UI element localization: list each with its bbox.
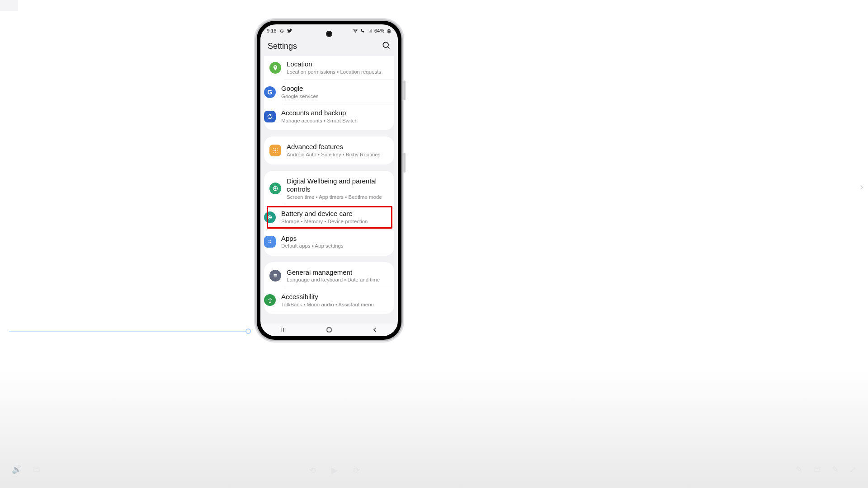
settings-item-subtitle: Manage accounts • Smart Switch [281,117,358,124]
settings-item-google[interactable]: G Google Google services [284,80,394,104]
battery-text: 64% [374,28,384,33]
app-header: Settings [260,37,398,55]
volume-button [403,80,406,100]
settings-item-subtitle: Location permissions • Location requests [287,69,381,75]
settings-scroll[interactable]: Location Location permissions • Location… [260,56,398,324]
battery-icon [386,28,392,33]
settings-group-0: Location Location permissions • Location… [264,56,394,130]
player-controls-center[interactable]: ⟲▶⟳ [309,465,360,475]
settings-item-subtitle: Language and keyboard • Date and time [287,277,380,283]
settings-item-title: Battery and device care [281,210,368,218]
apps-icon [264,236,276,248]
wifi-icon [353,28,358,33]
android-nav-bar [260,324,398,336]
location-icon [269,62,281,74]
signal-icon [367,28,373,33]
svg-point-6 [274,150,276,151]
battery-care-icon [264,211,276,223]
settings-item-subtitle: TalkBack • Mono audio • Assistant menu [281,301,374,308]
settings-item-advanced-features[interactable]: Advanced features Android Auto • Side ke… [264,138,394,162]
power-button [403,153,406,173]
settings-item-battery-care[interactable]: Battery and device care Storage • Memory… [284,205,394,229]
svg-rect-4 [388,30,390,33]
settings-item-title: Accounts and backup [281,109,358,117]
svg-point-14 [270,242,272,244]
settings-item-subtitle: Android Auto • Side key • Bixby Routines [287,151,381,158]
settings-item-accounts[interactable]: Accounts and backup Manage accounts • Sm… [284,104,394,128]
page-title: Settings [268,42,297,51]
settings-group-3: General management Language and keyboard… [264,262,394,314]
svg-point-10 [269,216,271,218]
svg-point-5 [383,42,388,47]
svg-point-15 [269,298,270,299]
player-overlay-corner [0,0,18,11]
svg-point-11 [269,240,270,242]
wellbeing-icon [269,183,281,194]
settings-item-subtitle: Default apps • App settings [281,243,344,249]
svg-point-13 [269,242,270,244]
settings-item-general-management[interactable]: General management Language and keyboard… [264,264,394,288]
status-time: 9:16 [267,28,276,33]
google-icon: G [264,86,276,98]
settings-item-title: Digital Wellbeing and parental controls [287,177,388,194]
settings-item-title: Location [287,60,381,69]
back-button[interactable] [361,324,388,336]
general-management-icon [269,270,281,282]
settings-item-title: Accessibility [281,293,374,301]
settings-group-1: Advanced features Android Auto • Side ke… [264,136,394,164]
settings-item-subtitle: Screen time • App timers • Bedtime mode [287,194,388,200]
settings-item-subtitle: Google services [281,93,318,99]
settings-item-title: Google [281,84,318,93]
video-progress-bar[interactable] [9,331,249,332]
accessibility-icon [264,294,276,306]
settings-item-accessibility[interactable]: Accessibility TalkBack • Mono audio • As… [284,288,394,312]
settings-group-2: Digital Wellbeing and parental controls … [264,171,394,256]
call-icon [360,28,365,33]
recents-button[interactable] [270,324,297,336]
settings-item-title: General management [287,268,380,277]
settings-item-wellbeing[interactable]: Digital Wellbeing and parental controls … [264,173,394,205]
phone-frame: 9:16 64% [257,21,401,340]
svg-point-1 [355,32,355,32]
settings-item-title: Apps [281,235,344,243]
svg-point-12 [270,240,272,242]
search-button[interactable] [382,41,391,52]
settings-item-title: Advanced features [287,143,381,151]
advanced-features-icon [269,145,281,156]
video-next-button[interactable]: › [855,181,868,193]
home-button[interactable] [316,324,343,336]
alarm-icon [279,28,284,33]
page-gradient [0,371,868,488]
settings-item-apps[interactable]: Apps Default apps • App settings [284,230,394,254]
player-controls-left[interactable]: 🔊▭ [12,465,40,474]
accounts-icon [264,111,276,122]
player-controls-right[interactable]: ✎▭✎⤢ [796,465,856,474]
svg-point-8 [274,188,276,190]
svg-rect-3 [388,28,390,29]
settings-item-location[interactable]: Location Location permissions • Location… [264,56,394,80]
settings-item-subtitle: Storage • Memory • Device protection [281,218,368,225]
status-bar: 9:16 64% [260,24,398,37]
phone-screen: 9:16 64% [260,24,398,336]
video-progress-knob[interactable] [245,328,251,334]
twitter-icon [287,28,292,33]
svg-rect-16 [327,328,331,332]
